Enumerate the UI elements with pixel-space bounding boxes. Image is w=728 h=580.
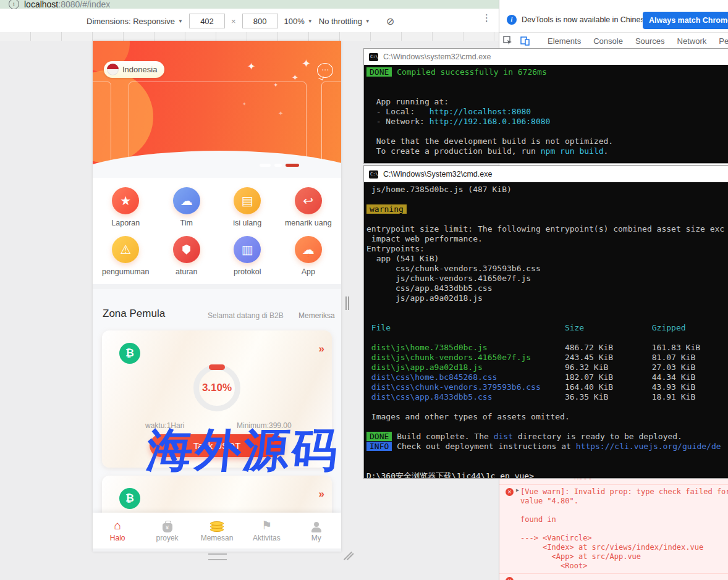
terminal-line: File Size Gzipped — [366, 323, 728, 333]
carousel-dash[interactable] — [274, 164, 282, 167]
nav-underlay — [93, 548, 341, 552]
chevron-down-icon: ▼ — [365, 19, 370, 24]
menu-item-label: pengumuman — [102, 267, 149, 276]
money-bag-icon: ¥ — [163, 519, 172, 532]
nav-item-label: Memesan — [201, 534, 234, 542]
console-line: ---> <VanCircle> — [520, 534, 728, 543]
cmd-title-bar[interactable]: C:\ C:\Windows\System32\cmd.exe — [364, 166, 728, 182]
console-line: value "4.80". — [520, 497, 728, 506]
menu-item-label: App — [302, 267, 315, 276]
cmd-icon: C:\ — [369, 53, 378, 61]
language-selector[interactable]: Indonesia — [104, 61, 164, 78]
console-line: <Index> at src/views/index/index.vue — [520, 543, 728, 552]
device-toolbar-menu-icon[interactable]: ⋮ — [482, 12, 491, 23]
terminal-line: js/app.a9a02d18.js — [366, 293, 728, 303]
nav-item-aktivitas[interactable]: ⚑Aktivitas — [242, 513, 291, 548]
menu-item-aturan[interactable]: aturan — [156, 232, 218, 280]
donut-progress-arc — [209, 364, 225, 370]
menu-item-laporan[interactable]: ★Laporan — [95, 183, 156, 232]
terminal-line: - Local: http://localhost:8080 — [366, 107, 728, 117]
cmd-icon: C:\ — [369, 170, 378, 179]
terminal-line: js/chunk-vendors.41650e7f.js — [366, 274, 728, 284]
nav-item-memesan[interactable]: Memesan — [192, 513, 242, 548]
country-label: Indonesia — [122, 65, 157, 74]
browser-address-bar[interactable]: i localhost:8080/#/index — [0, 0, 499, 9]
terminal-line — [366, 313, 728, 323]
url-text: localhost:8080/#/index — [24, 0, 110, 9]
terminal-line: App running at: — [366, 97, 728, 107]
zoom-dropdown[interactable]: 100% ▼ — [284, 17, 313, 26]
console-error-row: ×▶[Vue warn]: Invalid prop: type check f… — [499, 484, 728, 573]
terminal-line — [366, 87, 728, 97]
menu-item-isi-ulang[interactable]: ▤isi ulang — [217, 183, 278, 232]
terminal-line: js/home.7385d0bc.js (487 KiB) — [366, 185, 728, 195]
section-divider — [93, 284, 341, 289]
console-line — [520, 524, 728, 534]
dimensions-times: × — [231, 17, 236, 26]
nav-item-halo[interactable]: ⌂Halo — [93, 513, 142, 548]
menu-item-app[interactable]: ☁↓App — [278, 232, 339, 280]
sparkle-icon: ✦ — [302, 57, 311, 70]
menu-item-protokol[interactable]: ▥protokol — [217, 232, 278, 280]
terminal-output: js/home.7385d0bc.js (487 KiB)warningentr… — [364, 182, 728, 478]
console-line: found in — [520, 515, 728, 524]
terminal-line: impact web performance. — [366, 234, 728, 244]
chevron-right-icon[interactable]: » — [319, 488, 323, 500]
cmd-title-bar[interactable]: C:\ C:\Windows\system32\cmd.exe — [364, 49, 728, 65]
rate-value: 3.10% — [199, 370, 235, 406]
menu-item-tim[interactable]: ☁Tim — [156, 183, 218, 232]
dimensions-dropdown[interactable]: Dimensions: Responsive ▼ — [87, 17, 183, 26]
tab-sources[interactable]: Sources — [629, 36, 671, 46]
nav-item-label: Aktivitas — [253, 534, 281, 542]
tab-elements[interactable]: Elements — [541, 36, 587, 46]
carousel-dash[interactable] — [286, 164, 299, 167]
terminal-line: INFO Check out deployment instructions a… — [366, 442, 728, 452]
cmd-window-2[interactable]: C:\ C:\Windows\System32\cmd.exe js/home.… — [363, 166, 728, 479]
cmd-window-1[interactable]: C:\ C:\Windows\system32\cmd.exe DONE Com… — [363, 48, 728, 164]
check-link[interactable]: Memeriksa — [298, 311, 335, 320]
carousel-indicators[interactable] — [260, 164, 299, 167]
device-toolbar-toggle-icon[interactable] — [520, 36, 530, 46]
app-download-icon: ☁↓ — [295, 236, 322, 263]
tab-performance[interactable]: Perf — [713, 36, 728, 46]
console-line: <Root> — [520, 561, 728, 571]
menu-item-pengumuman[interactable]: ⚠pengumuman — [95, 232, 156, 280]
terminal-line: dist\css\home.bc845268.css 182.07 KiB 44… — [366, 372, 728, 382]
viewport-width-input[interactable] — [189, 14, 225, 28]
menu-item-menarik-uang[interactable]: ↩menarik uang — [278, 183, 339, 232]
site-info-icon[interactable]: i — [9, 0, 19, 9]
terminal-line — [366, 195, 728, 204]
customer-service-icon[interactable]: ⋯ — [317, 63, 333, 78]
viewport-scrollbar[interactable] — [345, 296, 350, 310]
withdraw-arrow-icon: ↩ — [295, 187, 322, 214]
chevron-right-icon[interactable]: » — [319, 343, 323, 355]
console-line: [Vue warn]: Invalid prop: type check fai… — [520, 487, 728, 497]
expand-triangle-icon[interactable]: ▶ — [516, 487, 519, 493]
terminal-line: DONE Build complete. The dist directory … — [366, 432, 728, 442]
nav-item-proyek[interactable]: ¥proyek — [142, 513, 192, 548]
inspect-element-icon[interactable] — [503, 36, 513, 46]
star-icon: ★ — [112, 187, 139, 214]
sparkle-icon: ✦ — [247, 61, 255, 72]
terminal-line — [366, 402, 728, 412]
menu-item-label: aturan — [176, 267, 197, 276]
nav-item-label: Halo — [110, 534, 125, 542]
cmd-window-title: C:\Windows\system32\cmd.exe — [383, 53, 491, 61]
feature-menu-grid: ★Laporan☁Tim▤isi ulang↩menarik uang⚠peng… — [93, 178, 341, 284]
nav-item-my[interactable]: My — [292, 513, 341, 548]
throttling-dropdown[interactable]: No throttling ▼ — [319, 17, 370, 26]
terminal-line — [366, 77, 728, 87]
tab-network[interactable]: Network — [671, 36, 713, 46]
viewport-resize-handle[interactable] — [344, 552, 353, 561]
match-language-button[interactable]: Always match Chrome's la — [643, 12, 728, 29]
carousel-dash[interactable] — [260, 164, 271, 167]
coins-icon — [210, 519, 224, 532]
tab-console[interactable]: Console — [587, 36, 629, 46]
indonesia-flag-icon — [107, 64, 119, 75]
viewport-drag-handle[interactable] — [208, 553, 227, 560]
nav-item-label: proyek — [156, 534, 179, 542]
devtools-tab-bar: Elements Console Sources Network Perf — [499, 32, 728, 50]
viewport-height-input[interactable] — [242, 14, 278, 28]
menu-item-label: menarik uang — [285, 219, 332, 227]
rate-donut: 3.10% — [193, 364, 240, 411]
